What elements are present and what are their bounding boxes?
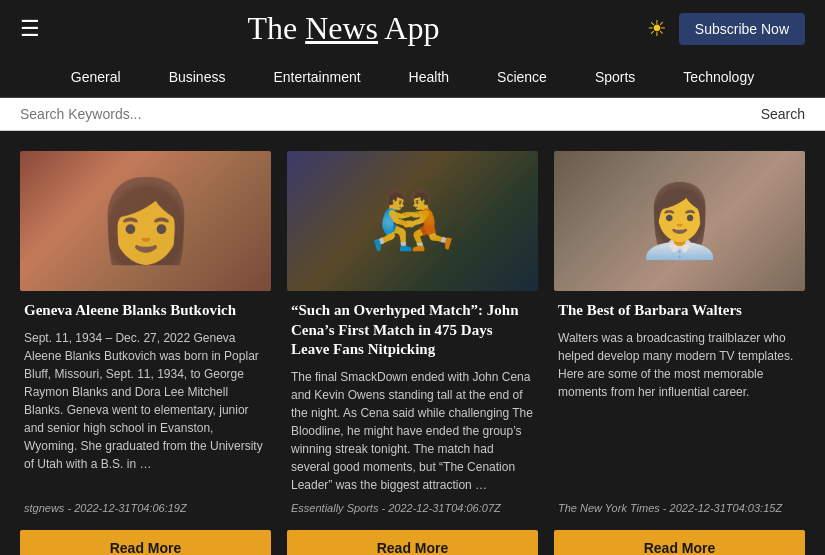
card-1-excerpt: Sept. 11, 1934 – Dec. 27, 2022 Geneva Al… [24, 329, 267, 494]
card-2-excerpt: The final SmackDown ended with John Cena… [291, 368, 534, 494]
card-3-excerpt: Walters was a broadcasting trailblazer w… [558, 329, 801, 494]
nav-item-technology[interactable]: Technology [659, 63, 778, 91]
header-right: ☀ Subscribe Now [647, 13, 805, 45]
card-2-source: Essentially Sports - 2022-12-31T04:06:07… [291, 502, 534, 514]
nav-item-entertainment[interactable]: Entertainment [249, 63, 384, 91]
theme-toggle-icon[interactable]: ☀ [647, 16, 667, 42]
card-1-read-more-button[interactable]: Read More [20, 530, 271, 556]
site-title-highlight: News [305, 10, 378, 46]
card-2-title: “Such an Overhyped Match”: John Cena’s F… [291, 301, 534, 360]
card-2-body: “Such an Overhyped Match”: John Cena’s F… [287, 291, 538, 526]
card-2-read-more-button[interactable]: Read More [287, 530, 538, 556]
card-1-image [20, 151, 271, 291]
nav-item-business[interactable]: Business [145, 63, 250, 91]
site-title: The News App [40, 10, 647, 47]
menu-icon[interactable]: ☰ [20, 16, 40, 42]
card-3-body: The Best of Barbara Walters Walters was … [554, 291, 805, 526]
cards-section: Geneva Aleene Blanks Butkovich Sept. 11,… [0, 131, 825, 555]
card-2: “Such an Overhyped Match”: John Cena’s F… [287, 151, 538, 555]
search-input[interactable] [20, 106, 761, 122]
nav-bar: General Business Entertainment Health Sc… [0, 57, 825, 98]
card-3-read-more-button[interactable]: Read More [554, 530, 805, 556]
nav-item-general[interactable]: General [47, 63, 145, 91]
subscribe-button[interactable]: Subscribe Now [679, 13, 805, 45]
nav-item-health[interactable]: Health [385, 63, 473, 91]
card-1: Geneva Aleene Blanks Butkovich Sept. 11,… [20, 151, 271, 555]
card-1-body: Geneva Aleene Blanks Butkovich Sept. 11,… [20, 291, 271, 526]
card-1-source: stgnews - 2022-12-31T04:06:19Z [24, 502, 267, 514]
card-3-title: The Best of Barbara Walters [558, 301, 801, 321]
card-2-image [287, 151, 538, 291]
card-1-title: Geneva Aleene Blanks Butkovich [24, 301, 267, 321]
card-3-image [554, 151, 805, 291]
card-3: The Best of Barbara Walters Walters was … [554, 151, 805, 555]
nav-item-science[interactable]: Science [473, 63, 571, 91]
card-3-source: The New York Times - 2022-12-31T04:03:15… [558, 502, 801, 514]
header: ☰ The News App ☀ Subscribe Now [0, 0, 825, 57]
search-button[interactable]: Search [761, 106, 805, 122]
search-bar: Search [0, 98, 825, 131]
nav-item-sports[interactable]: Sports [571, 63, 659, 91]
